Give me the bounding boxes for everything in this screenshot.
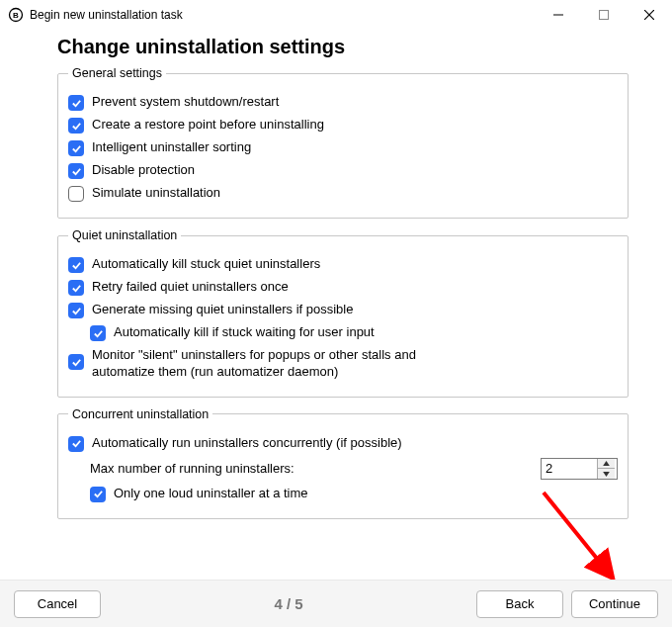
checkbox-one-loud[interactable] [90, 487, 106, 502]
checkbox-prevent-shutdown[interactable] [68, 95, 84, 111]
checkbox-disable-protection[interactable] [68, 163, 84, 179]
app-icon: B [8, 7, 24, 23]
label: Create a restore point before uninstalli… [92, 117, 324, 134]
spin-up-button[interactable] [598, 459, 615, 470]
checkbox-generate-missing[interactable] [68, 303, 84, 318]
content-area: Change uninstallation settings General s… [0, 30, 672, 519]
checkbox-restore-point[interactable] [68, 118, 84, 134]
option-row: Automatically kill if stuck waiting for … [90, 324, 618, 341]
minimize-button[interactable] [536, 0, 581, 30]
window-title: Begin new uninstallation task [30, 8, 183, 22]
label: Generate missing quiet uninstallers if p… [92, 302, 353, 318]
spin-down-button[interactable] [598, 469, 615, 479]
group-concurrent: Concurrent uninstallation Automatically … [57, 407, 629, 519]
checkbox-monitor-silent[interactable] [68, 354, 84, 370]
checkbox-auto-kill-waiting[interactable] [90, 325, 106, 341]
checkbox-retry[interactable] [68, 280, 84, 296]
option-row: Intelligent uninstaller sorting [68, 139, 618, 156]
titlebar: B Begin new uninstallation task [0, 0, 672, 30]
label: Automatically kill stuck quiet uninstall… [92, 256, 320, 273]
close-button[interactable] [627, 0, 672, 30]
page-indicator: 4 / 5 [101, 595, 476, 612]
checkbox-auto-concurrent[interactable] [68, 436, 84, 452]
group-concurrent-legend: Concurrent uninstallation [68, 407, 212, 421]
max-uninstallers-row: Max number of running uninstallers: [90, 458, 618, 480]
maximize-button[interactable] [581, 0, 627, 30]
option-row: Simulate uninstallation [68, 185, 618, 202]
footer-bar: Cancel 4 / 5 Back Continue [0, 580, 672, 627]
max-uninstallers-input[interactable] [542, 459, 597, 479]
label: Monitor "silent" uninstallers for popups… [92, 347, 428, 381]
checkbox-auto-kill[interactable] [68, 257, 84, 273]
cancel-button[interactable]: Cancel [14, 590, 101, 618]
option-row: Retry failed quiet uninstallers once [68, 279, 618, 296]
group-quiet: Quiet uninstallation Automatically kill … [57, 228, 629, 398]
label: Automatically kill if stuck waiting for … [114, 324, 375, 341]
group-quiet-legend: Quiet uninstallation [68, 228, 181, 242]
option-row: Disable protection [68, 162, 618, 179]
option-row: Create a restore point before uninstalli… [68, 117, 618, 134]
group-general: General settings Prevent system shutdown… [57, 66, 629, 219]
checkbox-simulate[interactable] [68, 186, 84, 202]
continue-button[interactable]: Continue [571, 590, 658, 618]
label: Retry failed quiet uninstallers once [92, 279, 289, 296]
option-row: Only one loud uninstaller at a time [90, 486, 618, 502]
label: Simulate uninstallation [92, 185, 220, 202]
max-uninstallers-spinbox[interactable] [541, 458, 618, 480]
option-row: Automatically run uninstallers concurren… [68, 435, 618, 452]
option-row: Automatically kill stuck quiet uninstall… [68, 256, 618, 273]
label: Automatically run uninstallers concurren… [92, 435, 402, 452]
svg-marker-6 [603, 461, 610, 466]
option-row: Generate missing quiet uninstallers if p… [68, 302, 618, 318]
option-row: Monitor "silent" uninstallers for popups… [68, 347, 618, 381]
max-label: Max number of running uninstallers: [90, 461, 294, 476]
option-row: Prevent system shutdown/restart [68, 94, 618, 111]
back-button[interactable]: Back [476, 590, 563, 618]
label: Only one loud uninstaller at a time [114, 486, 308, 502]
checkbox-intelligent-sort[interactable] [68, 140, 84, 156]
label: Prevent system shutdown/restart [92, 94, 279, 111]
window-controls [536, 0, 672, 30]
label: Intelligent uninstaller sorting [92, 139, 251, 156]
label: Disable protection [92, 162, 195, 179]
svg-text:B: B [13, 11, 19, 20]
svg-marker-7 [603, 472, 610, 477]
page-heading: Change uninstallation settings [57, 36, 629, 58]
group-general-legend: General settings [68, 66, 166, 80]
svg-rect-3 [600, 11, 609, 20]
